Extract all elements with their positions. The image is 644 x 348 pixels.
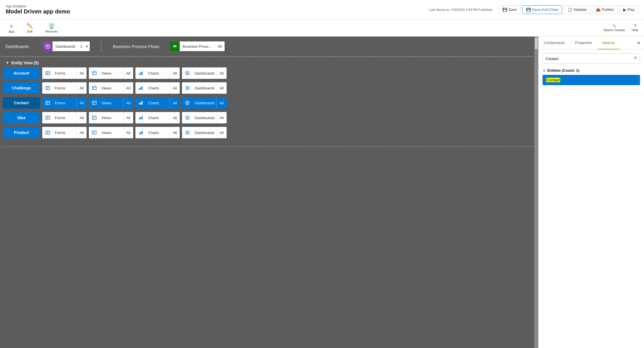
entity-result[interactable]: Contact (543, 75, 640, 85)
comp-badge-views-contact[interactable]: ViewsAll (89, 97, 133, 109)
bpf-label: Business Process Flows (113, 44, 164, 49)
dashboards-badge-arrow[interactable]: ▾ (84, 44, 90, 49)
search-input[interactable] (543, 53, 640, 64)
svg-rect-25 (141, 87, 141, 90)
entity-view-header: ▼ Entity View (5) (0, 57, 538, 67)
canvas-area[interactable]: Dashboards Dashboards 1 ▾ Business Proce… (0, 37, 538, 348)
save-and-close-button[interactable]: 💾 Save And Close (522, 5, 562, 14)
search-canvas-button[interactable]: 🔍 Search Canvas (603, 24, 625, 32)
scrollbar-thumb[interactable] (535, 38, 538, 49)
dashboards-badge-count: 1 (78, 44, 84, 49)
comp-badge-all[interactable]: All (77, 82, 87, 94)
comp-badge-views-account[interactable]: ViewsAll (89, 67, 133, 79)
comp-badge-all[interactable]: All (77, 112, 87, 123)
comp-badge-all[interactable]: All (123, 67, 133, 79)
dashboards-bpf-row: Dashboards Dashboards 1 ▾ Business Proce… (0, 37, 538, 57)
comp-badge-views-idea[interactable]: ViewsAll (89, 112, 133, 123)
dashboards-icon (182, 112, 193, 123)
search-canvas-icon: 🔍 (612, 24, 616, 28)
comp-badge-all[interactable]: All (123, 112, 133, 123)
comp-badge-all[interactable]: All (123, 127, 133, 138)
help-button[interactable]: ❓ Help (632, 24, 638, 32)
edit-button[interactable]: ✏️ Edit (24, 22, 36, 34)
tab-properties[interactable]: Properties (570, 37, 597, 49)
comp-badge-label: Charts (146, 101, 170, 105)
svg-point-64 (187, 132, 188, 133)
scrollbar-track[interactable] (534, 37, 538, 348)
comp-badge-charts-account[interactable]: ChartsAll (135, 67, 180, 79)
comp-badge-all[interactable]: All (216, 67, 226, 79)
dashboards-badge-text: Dashboards (53, 44, 78, 49)
entity-rows: AccountFormsAllViewsAllChartsAllDashboar… (0, 67, 538, 145)
bpf-badge-all: All (215, 44, 225, 49)
comp-badge-forms-challenge[interactable]: FormsAll (42, 82, 87, 94)
comp-badge-all[interactable]: All (170, 97, 180, 109)
dashboards-icon (182, 97, 193, 109)
publish-button[interactable]: 📤 Publish (592, 5, 618, 14)
bpf-badge-text: Business Proce... (180, 44, 214, 49)
comp-badge-all[interactable]: All (216, 82, 226, 94)
entities-header[interactable]: ▼ Entities (Count: 1) (543, 68, 640, 73)
comp-badge-charts-product[interactable]: ChartsAll (135, 127, 180, 138)
charts-icon (135, 82, 146, 94)
dashboards-badge[interactable]: Dashboards 1 ▾ (43, 41, 90, 51)
comp-badge-all[interactable]: All (216, 127, 226, 138)
toolbar-right: 🔍 Search Canvas ❓ Help (603, 24, 638, 32)
comp-badge-label: Charts (146, 86, 170, 90)
save-button[interactable]: 💾 Save (499, 5, 521, 14)
comp-badge-forms-product[interactable]: FormsAll (42, 127, 87, 138)
views-icon (89, 67, 100, 79)
comp-badge-all[interactable]: All (170, 127, 180, 138)
comp-badge-forms-account[interactable]: FormsAll (42, 67, 87, 79)
comp-badge-dashboards-contact[interactable]: DashboardsAll (182, 97, 227, 109)
validate-button[interactable]: 📋 Validate (564, 5, 590, 14)
tab-search[interactable]: Search (597, 37, 620, 49)
comp-badge-dashboards-product[interactable]: DashboardsAll (182, 127, 227, 138)
comp-badge-views-challenge[interactable]: ViewsAll (89, 82, 133, 94)
entity-name-button-idea[interactable]: Idea (3, 112, 40, 123)
comp-badge-all[interactable]: All (170, 112, 180, 123)
comp-badge-all[interactable]: All (216, 112, 226, 123)
comp-badge-all[interactable]: All (77, 67, 87, 79)
comp-badge-all[interactable]: All (123, 82, 133, 94)
comp-badge-forms-contact[interactable]: FormsAll (42, 97, 87, 109)
comp-badge-all[interactable]: All (170, 67, 180, 79)
entities-header-label: Entities (Count: 1) (547, 68, 579, 73)
add-button[interactable]: ＋ Add (6, 21, 17, 35)
comp-badge-dashboards-challenge[interactable]: DashboardsAll (182, 82, 227, 94)
comp-badge-label: Dashboards (193, 116, 216, 120)
comp-badge-dashboards-idea[interactable]: DashboardsAll (182, 112, 227, 123)
last-saved: Last Saved on :7/20/2021 2:53 PM Publish… (429, 8, 492, 11)
play-button[interactable]: ▶ Play (619, 5, 638, 14)
comp-badge-charts-idea[interactable]: ChartsAll (135, 112, 180, 123)
save-close-icon: 💾 (526, 7, 531, 12)
comp-badge-all[interactable]: All (77, 127, 87, 138)
remove-button[interactable]: 🗑️ Remove (43, 22, 60, 34)
svg-rect-13 (141, 72, 141, 75)
entity-name-button-contact[interactable]: Contact (3, 97, 40, 109)
comp-badge-all[interactable]: All (77, 97, 87, 109)
svg-point-40 (187, 102, 188, 104)
panel-close-button[interactable]: ✕ (637, 40, 641, 46)
comp-badge-forms-idea[interactable]: FormsAll (42, 112, 87, 123)
svg-rect-48 (139, 118, 140, 119)
entity-name-button-account[interactable]: Account (3, 67, 40, 79)
right-panel: Components Properties Search ✕ ✕ ▼ Entit… (538, 37, 644, 348)
comp-badge-views-product[interactable]: ViewsAll (89, 127, 133, 138)
comp-badge-all[interactable]: All (170, 82, 180, 94)
comp-badge-dashboards-account[interactable]: DashboardsAll (182, 67, 227, 79)
comp-badge-all[interactable]: All (123, 97, 133, 109)
search-clear-button[interactable]: ✕ (634, 55, 637, 60)
bpf-badge[interactable]: Business Proce... All (170, 41, 225, 51)
svg-rect-21 (92, 86, 96, 90)
entity-name-button-challenge[interactable]: Challenge (3, 82, 40, 94)
entity-name-button-product[interactable]: Product (3, 127, 40, 138)
forms-icon (42, 127, 53, 138)
comp-badge-charts-challenge[interactable]: ChartsAll (135, 82, 180, 94)
tab-components[interactable]: Components (539, 37, 570, 49)
svg-rect-24 (139, 88, 140, 90)
comp-badge-all[interactable]: All (216, 97, 226, 109)
svg-point-1 (47, 45, 49, 47)
entity-view-arrow[interactable]: ▼ (6, 61, 9, 65)
comp-badge-charts-contact[interactable]: ChartsAll (135, 97, 180, 109)
